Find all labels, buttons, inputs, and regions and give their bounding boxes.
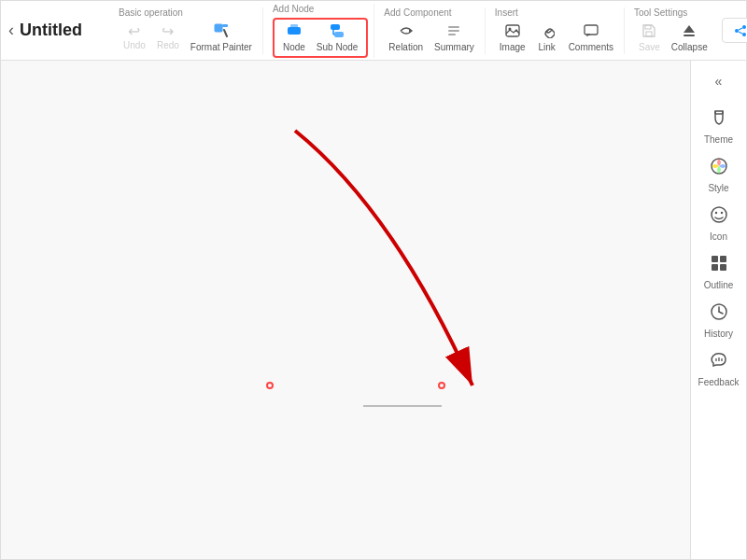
undo-label: Undo: [123, 40, 146, 50]
basic-operation-items: ↩ Undo ↪ Redo: [119, 21, 257, 54]
svg-rect-20: [684, 35, 695, 36]
svg-line-24: [739, 28, 742, 30]
summary-label: Summary: [434, 42, 474, 52]
toolbar-group-add-component: Add Component Relation: [378, 7, 486, 54]
comments-icon: [584, 23, 599, 41]
image-label: Image: [500, 42, 526, 52]
sidebar-item-icon[interactable]: Icon: [693, 199, 745, 247]
undo-button[interactable]: ↩ Undo: [119, 22, 150, 52]
sidebar-collapse-button[interactable]: «: [700, 68, 738, 94]
theme-icon: [710, 108, 728, 132]
toolbar-group-tool-settings: Tool Settings Save: [628, 7, 718, 54]
share-icon: [734, 24, 747, 37]
toolbar-groups: Basic operation ↩ Undo ↪ Redo: [113, 4, 722, 58]
feedback-icon: [710, 351, 728, 374]
right-sidebar: « Theme: [690, 61, 746, 559]
svg-point-21: [742, 25, 746, 29]
annotation-svg: [1, 61, 690, 559]
svg-marker-19: [684, 25, 695, 33]
svg-point-36: [720, 211, 722, 213]
svg-line-2: [224, 30, 227, 36]
add-node-items: Node Sub Node: [273, 18, 368, 58]
svg-rect-1: [222, 24, 228, 27]
collapse-label: Collapse: [671, 42, 708, 52]
theme-label: Theme: [704, 134, 733, 145]
document-title: Untitled: [20, 21, 94, 40]
back-button[interactable]: ‹: [8, 18, 14, 44]
central-node-wrapper: Tips In: [266, 382, 274, 389]
node-icon: [287, 23, 302, 41]
svg-line-15: [546, 30, 548, 32]
sidebar-item-outline[interactable]: Outline: [693, 247, 745, 296]
svg-rect-17: [646, 32, 652, 36]
redo-button[interactable]: ↪ Redo: [152, 22, 184, 52]
app-container: ‹ Untitled Basic operation ↩ Undo ↪ Redo: [0, 0, 747, 560]
add-component-label: Add Component: [384, 7, 451, 18]
undo-icon: ↩: [128, 24, 140, 39]
svg-line-25: [739, 32, 742, 34]
redo-icon: ↪: [162, 24, 174, 39]
image-button[interactable]: Image: [495, 21, 530, 54]
svg-line-43: [719, 312, 723, 314]
history-icon: [710, 302, 728, 326]
svg-point-34: [712, 207, 726, 222]
svg-point-35: [714, 211, 716, 213]
svg-rect-0: [215, 24, 222, 32]
summary-button[interactable]: Summary: [430, 21, 479, 54]
comments-label: Comments: [569, 42, 613, 52]
comments-button[interactable]: Comments: [564, 21, 618, 54]
insert-items: Image Link: [495, 21, 618, 54]
svg-rect-11: [448, 30, 459, 32]
link-icon: [540, 23, 555, 41]
tool-settings-items: Save Collapse: [634, 21, 712, 54]
style-icon: [710, 157, 728, 180]
svg-rect-10: [448, 26, 459, 28]
save-icon: [641, 23, 656, 41]
svg-rect-12: [448, 34, 456, 35]
relation-icon: [399, 23, 414, 41]
toolbar-group-add-node: Add Node Node: [267, 4, 374, 58]
insert-label: Insert: [495, 7, 518, 18]
format-painter-button[interactable]: Format Painter: [186, 21, 257, 54]
add-node-label: Add Node: [273, 4, 314, 14]
sub-node-button[interactable]: Sub Node: [312, 21, 362, 54]
relation-button[interactable]: Relation: [384, 21, 428, 54]
feedback-label: Feedback: [698, 377, 740, 387]
svg-point-23: [742, 33, 746, 36]
svg-rect-6: [334, 32, 344, 37]
sidebar-item-theme[interactable]: Theme: [693, 102, 745, 150]
toolbar-group-insert: Insert Image: [489, 7, 625, 54]
outline-label: Outline: [704, 280, 734, 290]
sidebar-item-style[interactable]: Style: [693, 150, 745, 199]
link-button[interactable]: Link: [532, 21, 562, 54]
tool-settings-label: Tool Settings: [634, 7, 687, 18]
collapse-button[interactable]: Collapse: [667, 21, 712, 54]
icon-icon: [710, 205, 728, 229]
link-label: Link: [538, 42, 555, 52]
canvas[interactable]: Tips In Node: [1, 61, 690, 559]
svg-rect-5: [331, 24, 340, 30]
icon-label: Icon: [710, 231, 727, 242]
toolbar: ‹ Untitled Basic operation ↩ Undo ↪ Redo: [1, 1, 746, 61]
collapse-double-arrow-icon: «: [715, 74, 723, 89]
main-content: Tips In Node «: [1, 61, 746, 559]
format-painter-label: Format Painter: [190, 42, 252, 52]
toolbar-group-basic-operation: Basic operation ↩ Undo ↪ Redo: [113, 7, 263, 54]
style-label: Style: [708, 183, 728, 193]
sidebar-item-feedback[interactable]: Feedback: [693, 344, 745, 393]
svg-rect-16: [585, 25, 598, 35]
redo-label: Redo: [157, 40, 179, 50]
sidebar-item-history[interactable]: History: [693, 296, 745, 344]
node-button[interactable]: Node: [278, 21, 310, 54]
save-label: Save: [639, 42, 660, 52]
svg-rect-38: [720, 256, 726, 262]
summary-icon: [446, 23, 461, 41]
toolbar-right: Share Export: [722, 18, 747, 43]
save-button[interactable]: Save: [634, 21, 665, 54]
outline-icon: [710, 254, 728, 277]
add-component-items: Relation Summary: [384, 21, 479, 54]
image-icon: [505, 23, 520, 41]
share-button[interactable]: Share: [722, 18, 747, 43]
svg-rect-4: [290, 24, 298, 28]
svg-rect-37: [712, 256, 718, 262]
